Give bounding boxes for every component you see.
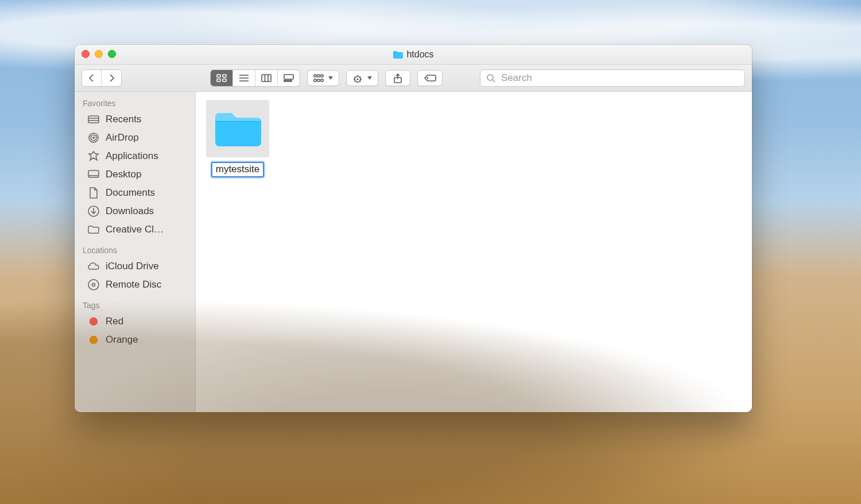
finder-window: htdocs	[75, 45, 752, 412]
sidebar-item-documents[interactable]: Documents	[75, 184, 195, 202]
sidebar-item-label: Documents	[106, 187, 155, 199]
sidebar-item-label: Applications	[106, 150, 158, 162]
window-body: Favorites Recents AirDrop	[75, 92, 752, 412]
svg-line-26	[492, 80, 495, 82]
svg-rect-1	[223, 75, 226, 77]
nav-buttons	[82, 69, 122, 87]
sidebar-item-applications[interactable]: Applications	[75, 147, 195, 165]
action-menu-button[interactable]	[346, 70, 378, 86]
disc-icon	[87, 278, 100, 291]
sidebar-item-label: Desktop	[106, 169, 141, 180]
svg-point-24	[427, 77, 429, 79]
sidebar-item-recents[interactable]: Recents	[75, 110, 195, 129]
sidebar-item-remote-disc[interactable]: Remote Disc	[75, 276, 195, 294]
share-button[interactable]	[385, 70, 410, 86]
sidebar-item-label: Downloads	[106, 206, 154, 217]
svg-point-38	[92, 284, 95, 286]
sidebar-item-label: Remote Disc	[106, 279, 161, 290]
svg-rect-27	[88, 116, 99, 123]
view-switcher	[210, 69, 300, 87]
svg-rect-18	[317, 79, 320, 82]
desktop-background: htdocs	[0, 0, 861, 504]
sidebar-item-icloud[interactable]: iCloud Drive	[75, 257, 195, 276]
titlebar[interactable]: htdocs	[75, 45, 752, 65]
sidebar-item-desktop[interactable]: Desktop	[75, 165, 195, 184]
sidebar-item-tag-orange[interactable]: Orange	[75, 331, 195, 349]
svg-rect-14	[314, 75, 316, 77]
sidebar-item-downloads[interactable]: Downloads	[75, 202, 195, 220]
back-button[interactable]	[82, 70, 102, 86]
sidebar-item-creative-cloud[interactable]: Creative Cl…	[75, 220, 195, 239]
svg-point-21	[356, 78, 358, 80]
sidebar-heading-favorites: Favorites	[75, 92, 195, 110]
svg-rect-12	[287, 80, 289, 82]
zoom-button[interactable]	[108, 50, 116, 58]
recents-icon	[87, 113, 100, 126]
group-by-button[interactable]	[307, 70, 339, 86]
toolbar	[75, 65, 752, 92]
search-input[interactable]	[500, 72, 739, 84]
sidebar[interactable]: Favorites Recents AirDrop	[75, 92, 196, 412]
search-icon	[486, 73, 495, 83]
sidebar-heading-tags: Tags	[75, 294, 195, 312]
column-view-button[interactable]	[255, 70, 278, 86]
icloud-icon	[87, 260, 100, 273]
tag-dot-icon	[87, 334, 100, 346]
sidebar-item-label: Creative Cl…	[106, 224, 164, 235]
sidebar-item-label: Recents	[106, 114, 141, 125]
folder-name-editing[interactable]: mytestsite	[211, 162, 265, 177]
svg-rect-11	[284, 80, 286, 82]
svg-rect-33	[88, 170, 99, 177]
window-controls	[82, 50, 116, 58]
sidebar-item-airdrop[interactable]: AirDrop	[75, 129, 195, 147]
svg-point-32	[92, 137, 95, 139]
svg-rect-16	[321, 75, 323, 77]
sidebar-item-label: Orange	[106, 334, 138, 346]
applications-icon	[87, 150, 100, 162]
tag-dot-icon	[87, 315, 100, 328]
svg-rect-3	[223, 79, 226, 82]
svg-rect-13	[290, 80, 292, 82]
sidebar-item-tag-red[interactable]: Red	[75, 312, 195, 331]
svg-rect-15	[317, 75, 320, 77]
svg-rect-19	[321, 79, 323, 82]
svg-point-37	[88, 280, 99, 290]
svg-rect-0	[217, 75, 220, 77]
svg-rect-2	[217, 79, 220, 82]
file-browser-content[interactable]: mytestsite	[196, 92, 752, 412]
window-title-text: htdocs	[406, 49, 433, 60]
documents-icon	[87, 187, 100, 199]
chevron-down-icon	[367, 76, 372, 80]
minimize-button[interactable]	[95, 50, 103, 58]
close-button[interactable]	[82, 50, 90, 58]
folder-icon-selected	[206, 100, 269, 157]
tags-button[interactable]	[417, 70, 443, 86]
icon-view-button[interactable]	[211, 70, 233, 86]
window-title: htdocs	[393, 49, 433, 60]
svg-rect-10	[284, 75, 293, 79]
airdrop-icon	[87, 131, 100, 144]
svg-rect-17	[314, 79, 316, 82]
list-view-button[interactable]	[233, 70, 255, 86]
forward-button[interactable]	[102, 70, 121, 86]
sidebar-item-label: iCloud Drive	[106, 261, 159, 272]
search-field[interactable]	[480, 69, 745, 87]
folder-item[interactable]: mytestsite	[206, 100, 269, 177]
downloads-icon	[87, 205, 100, 218]
sidebar-item-label: Red	[106, 316, 123, 327]
folder-icon	[87, 223, 100, 236]
folder-icon	[393, 51, 403, 59]
desktop-icon	[87, 168, 100, 181]
svg-point-25	[487, 75, 493, 80]
chevron-down-icon	[328, 76, 333, 80]
gallery-view-button[interactable]	[278, 70, 300, 86]
sidebar-item-label: AirDrop	[106, 132, 139, 144]
sidebar-heading-locations: Locations	[75, 239, 195, 257]
svg-rect-7	[262, 75, 271, 82]
